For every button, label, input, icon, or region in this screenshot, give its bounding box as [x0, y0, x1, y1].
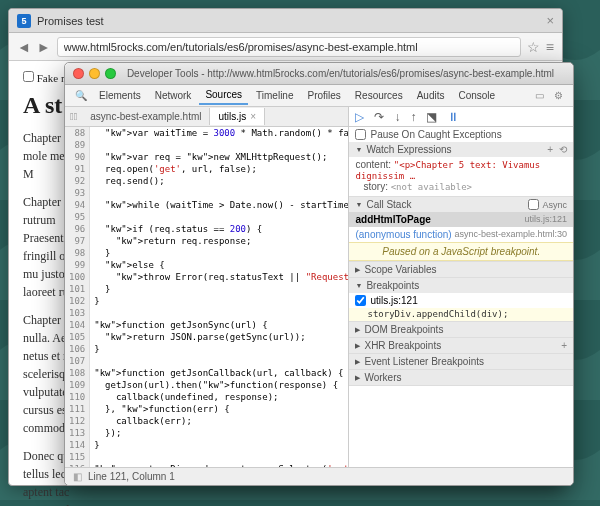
callstack-frame[interactable]: (anonymous function) async-best-example.… — [349, 227, 573, 242]
tab-network[interactable]: Network — [149, 87, 198, 104]
status-bar: ◧ Line 121, Column 1 — [65, 467, 573, 485]
devtools-title: Developer Tools - http://www.html5rocks.… — [116, 68, 565, 79]
watch-body: content: "<p>Chapter 5 text: Vivamus dig… — [349, 157, 573, 196]
pause-on-caught[interactable]: Pause On Caught Exceptions — [349, 127, 573, 142]
zoom-dot[interactable] — [105, 68, 116, 79]
xhr-bp-section: ▶ XHR Breakpoints+ — [349, 338, 573, 354]
code-lines[interactable]: "kw">var waitTime = 3000 * Math.random()… — [90, 127, 348, 467]
back-icon[interactable]: ◄ — [17, 39, 31, 55]
watch-header[interactable]: ▼ Watch Expressions + ⟲ — [349, 142, 573, 157]
tab-elements[interactable]: Elements — [93, 87, 147, 104]
callstack-header[interactable]: ▼ Call Stack Async — [349, 197, 573, 212]
drawer-icon[interactable]: ▭ — [531, 90, 548, 101]
resume-icon[interactable]: ▷ — [355, 110, 364, 124]
close-icon[interactable]: × — [546, 13, 554, 28]
watch-row[interactable]: content: "<p>Chapter 5 text: Vivamus dig… — [355, 159, 567, 181]
devtools-tabs: 🔍 Elements Network Sources Timeline Prof… — [65, 85, 573, 107]
scopes-header[interactable]: ▶ Scope Variables — [349, 262, 573, 277]
deactivate-bp-icon[interactable]: ⬔ — [426, 110, 437, 124]
tab-console[interactable]: Console — [452, 87, 501, 104]
event-bp-section: ▶ Event Listener Breakpoints — [349, 354, 573, 370]
browser-tab[interactable]: 5 Promises test × — [9, 9, 562, 33]
tab-profiles[interactable]: Profiles — [301, 87, 346, 104]
add-icon[interactable]: + — [547, 144, 553, 155]
devtools-titlebar[interactable]: Developer Tools - http://www.html5rocks.… — [65, 63, 573, 85]
chevron-right-icon: ▶ — [355, 358, 360, 366]
async-toggle[interactable]: Async — [528, 199, 567, 210]
chevron-right-icon: ▶ — [355, 326, 360, 334]
devtools-window: Developer Tools - http://www.html5rocks.… — [64, 62, 574, 486]
gear-icon[interactable]: ⚙ — [550, 90, 567, 101]
code-editor[interactable]: 8889909192939495969798991001011021031041… — [65, 127, 348, 467]
html5-favicon: 5 — [17, 14, 31, 28]
url-input[interactable] — [57, 37, 521, 57]
chevron-down-icon: ▼ — [355, 282, 362, 289]
tab-sources[interactable]: Sources — [199, 86, 248, 105]
step-into-icon[interactable]: ↓ — [394, 110, 400, 124]
watch-ops: + ⟲ — [547, 144, 567, 155]
chevron-right-icon: ▶ — [355, 374, 360, 382]
event-bp-header[interactable]: ▶ Event Listener Breakpoints — [349, 354, 573, 369]
menu-icon[interactable]: ≡ — [546, 39, 554, 55]
star-icon[interactable]: ☆ — [527, 39, 540, 55]
forward-icon[interactable]: ► — [37, 39, 51, 55]
step-over-icon[interactable]: ↷ — [374, 110, 384, 124]
minimize-dot[interactable] — [89, 68, 100, 79]
refresh-icon[interactable]: ⟲ — [559, 144, 567, 155]
breakpoint-checkbox[interactable] — [355, 295, 366, 306]
breakpoints-section: ▼ Breakpoints utils.js:121 storyDiv.appe… — [349, 278, 573, 322]
search-icon[interactable]: 🔍 — [71, 90, 91, 101]
tab-resources[interactable]: Resources — [349, 87, 409, 104]
navigator-icon[interactable]: ▸⃞ — [65, 111, 82, 122]
workers-section: ▶ Workers — [349, 370, 573, 386]
add-icon[interactable]: + — [561, 340, 567, 351]
workers-header[interactable]: ▶ Workers — [349, 370, 573, 385]
traffic-lights[interactable] — [73, 68, 116, 79]
chevron-right-icon: ▶ — [355, 266, 360, 274]
breakpoint-row[interactable]: utils.js:121 — [349, 293, 573, 308]
paused-message: Paused on a JavaScript breakpoint. — [349, 242, 573, 261]
devtools-main: ▸⃞ async-best-example.html utils.js × 88… — [65, 107, 573, 467]
scopes-section: ▶ Scope Variables — [349, 262, 573, 278]
debugger-panel: ▷ ↷ ↓ ↑ ⬔ ⏸ Pause On Caught Exceptions ▼… — [349, 107, 573, 467]
source-tabs: ▸⃞ async-best-example.html utils.js × — [65, 107, 348, 127]
callstack-section: ▼ Call Stack Async addHtmlToPage utils.j… — [349, 197, 573, 262]
xhr-bp-header[interactable]: ▶ XHR Breakpoints+ — [349, 338, 573, 353]
source-tab[interactable]: utils.js × — [210, 108, 265, 125]
line-gutter[interactable]: 8889909192939495969798991001011021031041… — [65, 127, 90, 467]
breakpoint-code: storyDiv.appendChild(div); — [349, 308, 573, 321]
chevron-right-icon: ▶ — [355, 342, 360, 350]
status-text: Line 121, Column 1 — [88, 471, 175, 482]
breakpoint-toggle-icon[interactable]: ◧ — [73, 471, 82, 482]
close-icon[interactable]: × — [250, 111, 256, 122]
debug-toolbar: ▷ ↷ ↓ ↑ ⬔ ⏸ — [349, 107, 573, 127]
dom-bp-header[interactable]: ▶ DOM Breakpoints — [349, 322, 573, 337]
tab-timeline[interactable]: Timeline — [250, 87, 299, 104]
close-dot[interactable] — [73, 68, 84, 79]
step-out-icon[interactable]: ↑ — [410, 110, 416, 124]
url-bar: ◄ ► ☆ ≡ — [9, 33, 562, 61]
watch-row[interactable]: story: <not available> — [355, 181, 567, 192]
tab-title: Promises test — [37, 15, 104, 27]
watch-section: ▼ Watch Expressions + ⟲ content: "<p>Cha… — [349, 142, 573, 197]
breakpoints-header[interactable]: ▼ Breakpoints — [349, 278, 573, 293]
pause-exceptions-icon[interactable]: ⏸ — [447, 110, 459, 124]
pause-caught-checkbox[interactable] — [355, 129, 366, 140]
callstack-frame[interactable]: addHtmlToPage utils.js:121 — [349, 212, 573, 227]
chevron-down-icon: ▼ — [355, 146, 362, 153]
chevron-down-icon: ▼ — [355, 201, 362, 208]
sources-panel: ▸⃞ async-best-example.html utils.js × 88… — [65, 107, 349, 467]
dom-bp-section: ▶ DOM Breakpoints — [349, 322, 573, 338]
source-tab[interactable]: async-best-example.html — [82, 108, 210, 125]
tab-audits[interactable]: Audits — [411, 87, 451, 104]
